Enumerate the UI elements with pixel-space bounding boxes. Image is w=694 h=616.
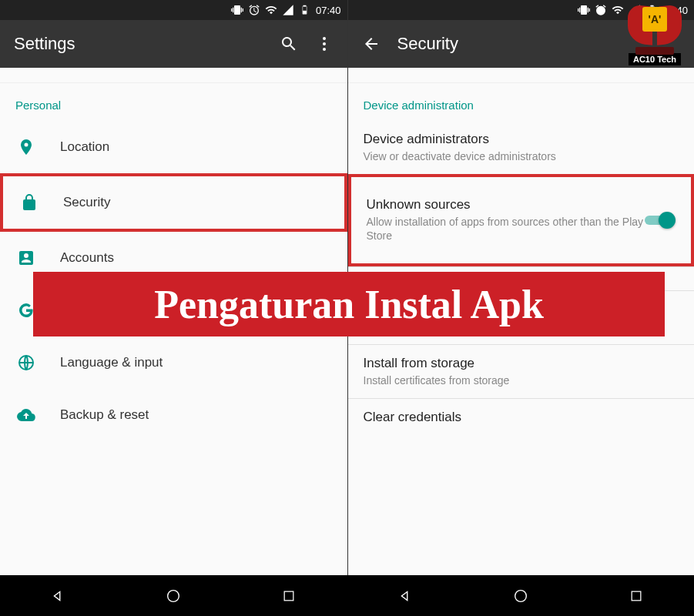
nav-recent-icon[interactable] <box>626 586 646 606</box>
overflow-menu-icon[interactable] <box>315 35 334 53</box>
svg-point-10 <box>168 590 179 601</box>
wifi-icon <box>265 4 277 16</box>
vibrate-icon <box>231 4 243 16</box>
item-title: Unknown sources <box>367 197 645 213</box>
item-label: Accounts <box>60 250 114 266</box>
location-icon <box>15 136 37 158</box>
item-label: Security <box>63 195 110 210</box>
app-bar: Settings <box>0 20 347 68</box>
svg-rect-1 <box>303 5 306 6</box>
svg-rect-11 <box>285 591 294 601</box>
accounts-icon <box>15 247 37 269</box>
nav-bar <box>0 575 694 616</box>
nav-home-icon[interactable] <box>163 586 183 606</box>
item-unknown-sources[interactable]: Unknown sources Allow installation of ap… <box>348 174 695 266</box>
svg-rect-13 <box>632 591 641 601</box>
section-header: Device administration <box>348 83 695 121</box>
lock-icon <box>18 192 40 213</box>
globe-icon <box>15 352 37 373</box>
item-location[interactable]: Location <box>0 121 347 173</box>
item-backup[interactable]: Backup & reset <box>0 389 347 441</box>
item-label: Language & input <box>60 355 163 370</box>
item-label: Backup & reset <box>60 407 149 423</box>
toggle-switch[interactable] <box>645 211 676 229</box>
backup-icon <box>15 404 37 426</box>
svg-point-5 <box>323 48 326 51</box>
section-header-personal: Personal <box>0 83 347 121</box>
alarm-icon <box>248 4 260 16</box>
status-bar: 07:40 <box>0 0 347 20</box>
item-subtitle: Install certificates from storage <box>364 373 679 387</box>
battery-icon <box>299 4 311 16</box>
page-title: Settings <box>14 34 263 54</box>
item-install-storage[interactable]: Install from storage Install certificate… <box>348 345 695 398</box>
item-title: Install from storage <box>364 356 679 371</box>
clock-text: 07:40 <box>316 5 341 16</box>
item-title: Device administrators <box>364 132 679 147</box>
nav-recent-icon[interactable] <box>279 586 299 606</box>
item-security[interactable]: Security <box>0 173 347 232</box>
item-subtitle: View or deactivate device administrators <box>364 149 679 163</box>
nav-back-icon[interactable] <box>48 586 68 606</box>
item-language[interactable]: Language & input <box>0 336 347 389</box>
svg-rect-2 <box>303 11 307 14</box>
svg-point-3 <box>323 37 326 40</box>
logo-letter: 'A' <box>642 7 667 32</box>
overlay-banner: Pengaturan Instal Apk <box>33 272 665 336</box>
alarm-icon <box>595 4 607 16</box>
item-title: Clear credentials <box>364 410 679 425</box>
item-label: Location <box>60 139 109 155</box>
svg-point-4 <box>323 42 326 45</box>
nav-back-icon[interactable] <box>395 586 415 606</box>
watermark-logo: 'A' AC10 Tech <box>619 4 690 81</box>
search-icon[interactable] <box>280 35 298 53</box>
nav-home-icon[interactable] <box>511 586 531 606</box>
signal-icon <box>282 4 294 16</box>
item-clear-credentials[interactable]: Clear credentials <box>348 399 695 438</box>
item-device-admin[interactable]: Device administrators View or deactivate… <box>348 121 695 174</box>
vibrate-icon <box>578 4 590 16</box>
item-subtitle: Allow installation of apps from sources … <box>367 215 645 243</box>
back-icon[interactable] <box>362 35 381 53</box>
svg-point-12 <box>515 590 526 601</box>
